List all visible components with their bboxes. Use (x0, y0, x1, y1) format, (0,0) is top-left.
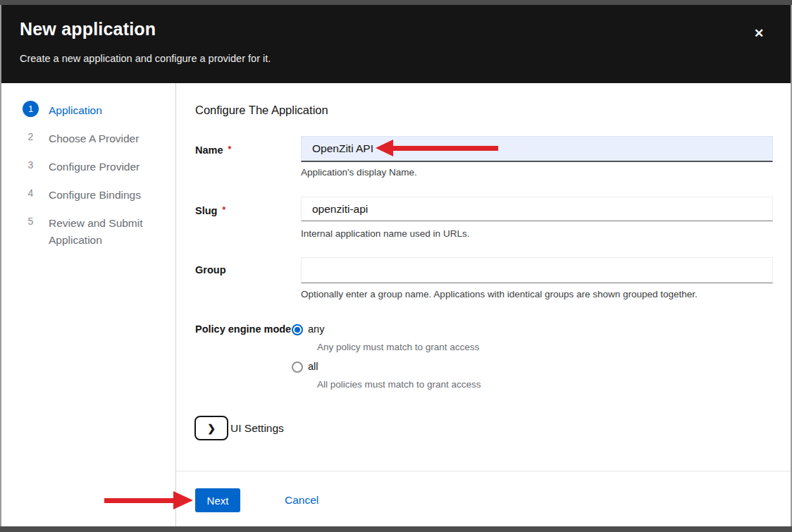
new-application-modal: New application Create a new application… (0, 5, 792, 526)
step-label: Configure Provider (49, 159, 140, 175)
wizard-step-review-submit[interactable]: 5 Review and Submit Application (1, 208, 175, 249)
radio-all-description: All policies must match to grant access (317, 379, 481, 390)
group-field[interactable] (301, 257, 773, 283)
modal-subtitle: Create a new application and configure a… (20, 53, 271, 64)
name-field[interactable] (301, 136, 773, 162)
wizard-nav: 1 Application 2 Choose A Provider 3 Conf… (1, 83, 175, 249)
step-label: Choose A Provider (49, 130, 139, 147)
required-asterisk: * (228, 144, 232, 154)
radio-any-description: Any policy must match to grant access (317, 342, 479, 352)
radio-all[interactable] (292, 361, 303, 373)
slug-label: Slug* (195, 205, 225, 216)
step-number: 2 (23, 129, 39, 145)
modal-title: New application (20, 19, 156, 39)
next-button[interactable]: Next (195, 488, 240, 512)
footer-divider (176, 471, 791, 471)
page-title: Configure The Application (195, 104, 328, 117)
radio-all-label[interactable]: all (308, 361, 318, 372)
step-number: 3 (23, 157, 39, 173)
ui-settings-expand-button[interactable]: ❯ (194, 416, 228, 440)
modal-header: New application Create a new application… (1, 5, 791, 83)
step-number: 5 (23, 214, 39, 230)
step-label: Configure Bindings (49, 187, 141, 204)
required-asterisk: * (222, 205, 225, 215)
policy-engine-mode-label: Policy engine mode* (195, 323, 299, 335)
group-helper-text: Optionally enter a group name. Applicati… (301, 289, 698, 299)
wizard-step-choose-provider[interactable]: 2 Choose A Provider (1, 123, 175, 151)
step-label: Review and Submit Application (49, 215, 161, 249)
wizard-step-application[interactable]: 1 Application (1, 95, 175, 123)
close-icon[interactable]: ✕ (747, 22, 771, 46)
slug-field[interactable] (301, 197, 773, 221)
ui-settings-label[interactable]: UI Settings (230, 422, 284, 435)
wizard-step-configure-provider[interactable]: 3 Configure Provider (1, 151, 175, 180)
group-label: Group (195, 264, 226, 276)
name-label: Name* (195, 144, 231, 156)
step-number: 1 (23, 101, 39, 117)
chevron-right-icon: ❯ (207, 423, 216, 434)
step-number: 4 (23, 185, 39, 202)
cancel-link[interactable]: Cancel (285, 494, 318, 507)
slug-helper-text: Internal application name used in URLs. (301, 228, 469, 239)
sidebar-divider (175, 83, 176, 526)
radio-any[interactable] (292, 324, 303, 335)
name-helper-text: Application's display Name. (301, 167, 417, 178)
wizard-step-configure-bindings[interactable]: 4 Configure Bindings (1, 180, 175, 208)
step-label: Application (49, 102, 102, 119)
radio-any-label[interactable]: any (308, 323, 324, 335)
